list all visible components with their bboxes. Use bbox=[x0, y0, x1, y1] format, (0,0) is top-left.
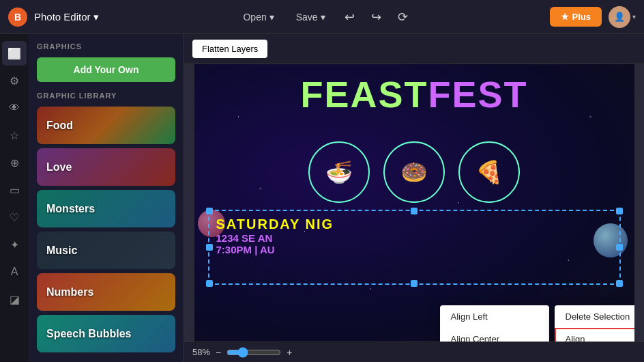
sidebar-icon-settings[interactable]: ✦ bbox=[2, 232, 27, 257]
sidebar-icon-sliders[interactable]: ⚙ bbox=[2, 68, 27, 93]
saturday-text: SATURDAY NIG bbox=[216, 217, 613, 232]
library-item-monsters-label: Monsters bbox=[37, 203, 95, 215]
plus-button[interactable]: ★ Plus bbox=[550, 7, 602, 27]
library-item-monsters[interactable]: Monsters bbox=[37, 190, 175, 227]
sidebar-icon-heart[interactable]: ♡ bbox=[2, 205, 27, 229]
library-item-numbers-label: Numbers bbox=[37, 286, 93, 298]
topbar-center: Open ▾ Save ▾ ↩ ↪ ⟳ bbox=[235, 7, 413, 27]
sidebar-icon-star[interactable]: ☆ bbox=[2, 123, 27, 148]
title-feast: FEAST bbox=[300, 74, 428, 115]
canvas-icons-row: 🍜 🍩 🍕 bbox=[308, 141, 520, 203]
library-item-music[interactable]: Music bbox=[37, 232, 175, 269]
library-item-love[interactable]: Love bbox=[37, 148, 175, 186]
sidebar-icon-elements[interactable]: ⊕ bbox=[2, 150, 27, 175]
time-text: 7:30PM | AU bbox=[216, 244, 613, 255]
canvas-area: Flatten Layers FEASTFEST 🍜 🍩 🍕 bbox=[184, 34, 644, 362]
avatar: 👤 bbox=[609, 6, 630, 28]
context-item-delete[interactable]: Delete Selection bbox=[555, 305, 634, 328]
canvas-toolbar: Flatten Layers bbox=[184, 34, 644, 64]
avatar-wrapper[interactable]: 👤 ▾ bbox=[609, 6, 636, 28]
zoom-out-button[interactable]: − bbox=[216, 347, 221, 358]
handle-bottom-mid[interactable] bbox=[411, 280, 418, 287]
logo: B bbox=[8, 8, 27, 27]
app-title-container: Photo Editor ▾ bbox=[34, 11, 99, 23]
sidebar-icon-image[interactable]: ⬜ bbox=[2, 41, 27, 66]
context-menu-container: Align Left Align Center Align Right Alig… bbox=[440, 305, 634, 342]
panel-content: GRAPHICS Add Your Own GRAPHIC LIBRARY Fo… bbox=[29, 34, 184, 362]
plus-label: Plus bbox=[572, 12, 591, 22]
sidebar-icon-text[interactable]: A bbox=[2, 260, 27, 284]
topbar: B Photo Editor ▾ Open ▾ Save ▾ ↩ ↪ ⟳ ★ P… bbox=[0, 0, 644, 34]
library-item-love-label: Love bbox=[37, 161, 72, 173]
library-item-speech[interactable]: Speech Bubbles bbox=[37, 315, 175, 352]
canvas-image[interactable]: FEASTFEST 🍜 🍩 🍕 bbox=[194, 64, 634, 342]
zoom-slider[interactable] bbox=[226, 347, 281, 358]
title-fest: FEST bbox=[428, 74, 528, 115]
delete-selection-label: Delete Selection bbox=[566, 311, 630, 322]
canvas-wrapper: FEASTFEST 🍜 🍩 🍕 bbox=[184, 64, 644, 342]
sidebar-icon-eye[interactable]: 👁 bbox=[2, 96, 27, 120]
icon-sidebar: ⬜ ⚙ 👁 ☆ ⊕ ▭ ♡ ✦ A ◪ bbox=[0, 34, 29, 362]
icon-circle-donut: 🍩 bbox=[383, 141, 445, 203]
library-items: Food Love Monsters Music Numbers bbox=[37, 107, 175, 352]
app-title-text: Photo Editor bbox=[34, 11, 91, 23]
handle-left-mid[interactable] bbox=[206, 244, 213, 251]
context-item-align[interactable]: Align ▶ bbox=[555, 328, 634, 342]
library-item-numbers[interactable]: Numbers bbox=[37, 273, 175, 311]
library-item-speech-label: Speech Bubbles bbox=[37, 328, 131, 340]
app-title-chevron[interactable]: ▾ bbox=[93, 11, 99, 23]
library-item-food[interactable]: Food bbox=[37, 107, 175, 144]
context-item-align-center[interactable]: Align Center bbox=[440, 328, 549, 342]
align-left-label: Align Left bbox=[451, 311, 488, 322]
handle-bottom-right[interactable] bbox=[616, 280, 623, 287]
redo-button[interactable]: ↪ bbox=[366, 7, 387, 27]
handle-top-right[interactable] bbox=[616, 208, 623, 214]
undo-button[interactable]: ↩ bbox=[339, 7, 360, 27]
logo-text: B bbox=[14, 12, 21, 23]
sidebar-icon-shapes[interactable]: ◪ bbox=[2, 287, 27, 311]
panel-section-title: GRAPHICS bbox=[37, 42, 175, 51]
status-bar: 58% − + bbox=[184, 342, 644, 362]
handle-top-left[interactable] bbox=[206, 208, 213, 214]
handle-right-mid[interactable] bbox=[616, 244, 623, 251]
plus-star: ★ bbox=[561, 12, 569, 22]
library-item-food-label: Food bbox=[37, 120, 73, 132]
context-item-align-left[interactable]: Align Left bbox=[440, 305, 549, 328]
context-menu-align: Align Left Align Center Align Right Alig… bbox=[440, 305, 549, 342]
align-label: Align bbox=[566, 334, 585, 342]
graphic-library-title: GRAPHIC LIBRARY bbox=[37, 92, 175, 100]
selected-text-block: SATURDAY NIG 1234 SE AN 7:30PM | AU bbox=[209, 211, 619, 261]
main-content: ⬜ ⚙ 👁 ☆ ⊕ ▭ ♡ ✦ A ◪ GRAPHICS Add Your Ow… bbox=[0, 34, 644, 362]
canvas-title: FEASTFEST bbox=[300, 73, 527, 115]
refresh-button[interactable]: ⟳ bbox=[392, 7, 413, 27]
left-area: ⬜ ⚙ 👁 ☆ ⊕ ▭ ♡ ✦ A ◪ GRAPHICS Add Your Ow… bbox=[0, 34, 184, 362]
zoom-percent: 58% bbox=[192, 347, 210, 357]
context-menu-secondary: Delete Selection Align ▶ Move Backwards … bbox=[555, 305, 634, 342]
icon-circle-pizza: 🍕 bbox=[458, 141, 520, 203]
open-button[interactable]: Open ▾ bbox=[235, 8, 282, 27]
library-item-music-label: Music bbox=[37, 245, 77, 257]
handle-top-mid[interactable] bbox=[411, 208, 418, 214]
avatar-chevron: ▾ bbox=[632, 13, 636, 20]
icon-circle-food: 🍜 bbox=[308, 141, 370, 203]
selection-border: SATURDAY NIG 1234 SE AN 7:30PM | AU bbox=[208, 210, 621, 285]
sidebar-icon-layers[interactable]: ▭ bbox=[2, 178, 27, 202]
zoom-in-button[interactable]: + bbox=[287, 347, 292, 358]
add-own-button[interactable]: Add Your Own bbox=[37, 57, 175, 82]
align-center-label: Align Center bbox=[451, 334, 500, 342]
flatten-layers-button[interactable]: Flatten Layers bbox=[192, 40, 267, 58]
address-text: 1234 SE AN bbox=[216, 232, 613, 244]
handle-bottom-left[interactable] bbox=[206, 280, 213, 287]
save-button[interactable]: Save ▾ bbox=[288, 8, 334, 27]
